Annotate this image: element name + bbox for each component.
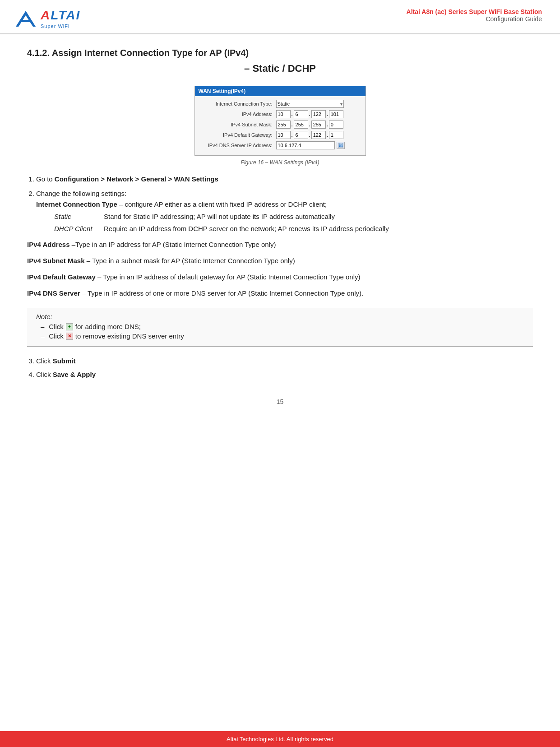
doc-subtitle: Configuration Guide — [407, 15, 542, 23]
wan-value-connection-type: Static ▾ — [276, 100, 344, 108]
term-dhcp-def: Require an IP address from DCHP server o… — [104, 224, 533, 234]
wan-box-title: WAN Setting(IPv4) — [195, 86, 366, 96]
term-static-def: Stand for Static IP addressing; AP will … — [104, 212, 533, 222]
wan-label-ipv4-address: IPv4 Address: — [199, 111, 276, 117]
section-title: 4.1.2. Assign Internet Connection Type f… — [27, 48, 533, 58]
page-footer: Altai Technologies Ltd. All rights reser… — [0, 731, 560, 747]
step-1: Go to Configuration > Network > General … — [36, 174, 533, 185]
term-static: Static Stand for Static IP addressing; A… — [54, 212, 533, 222]
step-4: Click Save & Apply — [36, 369, 533, 380]
subnet-octet-2[interactable] — [294, 121, 308, 129]
logo-text: ALTAI Super WiFi — [41, 8, 80, 29]
wan-label-gateway: IPv4 Default Gateway: — [199, 132, 276, 138]
step2-text: Change the following settings: — [36, 190, 126, 197]
section-subtitle: – Static / DCHP — [27, 63, 533, 74]
remove-dns-button-icon[interactable]: ✕ — [66, 333, 73, 340]
wan-value-gateway: . . . — [276, 131, 343, 139]
ipv4-octet-4[interactable] — [329, 110, 343, 118]
gateway-octet-3[interactable] — [311, 131, 326, 139]
wan-value-ipv4-address: . . . — [276, 110, 343, 118]
svg-marker-0 — [16, 11, 36, 27]
internet-type-label: Internet Connection Type — [36, 200, 117, 208]
wan-label-subnet-mask: IPv4 Subnet Mask: — [199, 122, 276, 127]
note-box: Note: Click + for adding more DNS; Click… — [27, 308, 533, 347]
step1-bold: Configuration > Network > General > WAN … — [55, 175, 218, 183]
gateway-octet-2[interactable] — [294, 131, 308, 139]
desc-ipv4-dns: IPv4 DNS Server – Type in IP address of … — [27, 288, 533, 299]
internet-type-desc: – configure AP either as a client with f… — [119, 200, 327, 208]
step1-text: Go to — [36, 175, 55, 183]
wan-settings-box: WAN Setting(IPv4) Internet Connection Ty… — [194, 86, 366, 156]
super-wifi-label: Super WiFi — [41, 23, 69, 29]
subnet-octet-1[interactable] — [276, 121, 291, 129]
note-title: Note: — [36, 313, 524, 320]
step-2: Change the following settings: Internet … — [36, 188, 533, 234]
wan-row-dns: IPv4 DNS Server IP Address: 🖼 — [199, 141, 361, 149]
logo-area: ALTAI Super WiFi — [14, 8, 80, 29]
ipv4-octet-2[interactable] — [294, 110, 308, 118]
add-dns-button-icon[interactable]: + — [66, 323, 73, 330]
wan-row-ipv4-address: IPv4 Address: . . . — [199, 110, 361, 118]
gateway-octet-4[interactable] — [329, 131, 343, 139]
desc-ipv4-gateway: IPv4 Default Gateway – Type in an IP add… — [27, 272, 533, 283]
header-info: Altai A8n (ac) Series Super WiFi Base St… — [407, 8, 542, 23]
note-item-add-dns: Click + for adding more DNS; — [41, 323, 524, 330]
gateway-octet-1[interactable] — [276, 131, 291, 139]
add-dns-icon[interactable]: 🖼 — [337, 142, 345, 149]
altai-logo-icon — [14, 9, 38, 29]
product-title: Altai A8n (ac) Series Super WiFi Base St… — [407, 8, 542, 15]
wan-row-connection-type: Internet Connection Type: Static ▾ — [199, 100, 361, 108]
term-definitions: Static Stand for Static IP addressing; A… — [54, 212, 533, 234]
svg-marker-1 — [21, 20, 31, 22]
subnet-octet-3[interactable] — [311, 121, 326, 129]
ipv4-octet-1[interactable] — [276, 110, 291, 118]
page-header: ALTAI Super WiFi Altai A8n (ac) Series S… — [0, 0, 560, 34]
note-list: Click + for adding more DNS; Click ✕ to … — [36, 323, 524, 340]
final-steps: Click Submit Click Save & Apply — [36, 356, 533, 380]
term-dhcp: DHCP Client Require an IP address from D… — [54, 224, 533, 234]
page-number: 15 — [27, 398, 533, 405]
step-3: Click Submit — [36, 356, 533, 367]
term-dhcp-label: DHCP Client — [54, 224, 104, 234]
instruction-list: Go to Configuration > Network > General … — [36, 174, 533, 234]
main-content: 4.1.2. Assign Internet Connection Type f… — [0, 34, 560, 437]
connection-type-select[interactable]: Static ▾ — [276, 100, 344, 108]
note-item-remove-dns: Click ✕ to remove existing DNS server en… — [41, 332, 524, 340]
wan-row-gateway: IPv4 Default Gateway: . . . — [199, 131, 361, 139]
wan-value-subnet-mask: . . . — [276, 121, 343, 129]
dns-input[interactable] — [276, 141, 335, 149]
svg-text:🖼: 🖼 — [339, 144, 342, 148]
footer-text: Altai Technologies Ltd. All rights reser… — [227, 736, 333, 742]
subnet-octet-4[interactable] — [329, 121, 343, 129]
dropdown-arrow-icon: ▾ — [340, 102, 342, 107]
desc-ipv4-subnet: IPv4 Subnet Mask – Type in a subnet mask… — [27, 255, 533, 266]
wan-label-dns: IPv4 DNS Server IP Address: — [199, 143, 276, 148]
figure-caption: Figure 16 – WAN Settings (IPv4) — [27, 159, 533, 166]
connection-type-value: Static — [278, 101, 340, 107]
ipv4-octet-3[interactable] — [311, 110, 326, 118]
wan-value-dns: 🖼 — [276, 141, 345, 149]
wan-row-subnet-mask: IPv4 Subnet Mask: . . . — [199, 121, 361, 129]
desc-ipv4-address: IPv4 Address –Type in an IP address for … — [27, 239, 533, 250]
wan-label-connection-type: Internet Connection Type: — [199, 101, 276, 107]
wan-box-body: Internet Connection Type: Static ▾ IPv4 … — [195, 96, 366, 155]
term-static-label: Static — [54, 212, 104, 222]
